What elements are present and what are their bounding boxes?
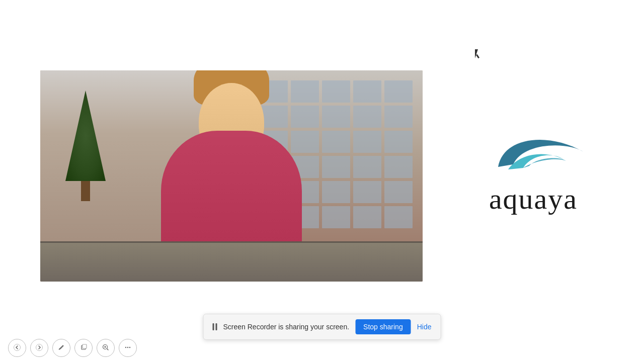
bottom-toolbar — [0, 339, 145, 357]
pause-bar-1 — [213, 323, 214, 330]
prev-button[interactable] — [8, 339, 26, 357]
tree — [65, 90, 106, 201]
sharing-bar-icon — [213, 323, 217, 330]
copy-button[interactable] — [74, 339, 93, 357]
svg-point-0 — [14, 344, 21, 350]
stone-wall — [40, 241, 423, 282]
sharing-message: Screen Recorder is sharing your screen. — [223, 323, 350, 331]
svg-point-1 — [36, 344, 43, 350]
aquaya-logo: aquaya — [483, 127, 584, 216]
main-content: aquaya — [0, 0, 644, 362]
next-icon — [36, 344, 43, 352]
stop-sharing-button[interactable]: Stop sharing — [355, 319, 411, 334]
svg-point-5 — [125, 346, 126, 347]
zoom-icon — [102, 344, 109, 352]
logo-area: aquaya — [463, 127, 604, 216]
svg-point-7 — [129, 346, 130, 347]
more-icon — [124, 344, 131, 352]
pen-icon — [58, 344, 65, 352]
more-button[interactable] — [119, 339, 137, 357]
next-button[interactable] — [30, 339, 48, 357]
zoom-button[interactable] — [97, 339, 115, 357]
pen-button[interactable] — [52, 339, 70, 357]
pause-bar-2 — [216, 323, 217, 330]
speaker-photo — [40, 70, 423, 282]
sharing-bar: Screen Recorder is sharing your screen. … — [203, 314, 441, 340]
svg-point-6 — [127, 346, 128, 347]
aquaya-text: aquaya — [489, 182, 578, 216]
hide-button[interactable]: Hide — [417, 323, 432, 331]
aquaya-icon — [483, 127, 584, 177]
copy-icon — [80, 344, 87, 352]
prev-icon — [14, 344, 21, 352]
pause-icon — [213, 323, 217, 330]
svg-rect-3 — [83, 344, 87, 348]
